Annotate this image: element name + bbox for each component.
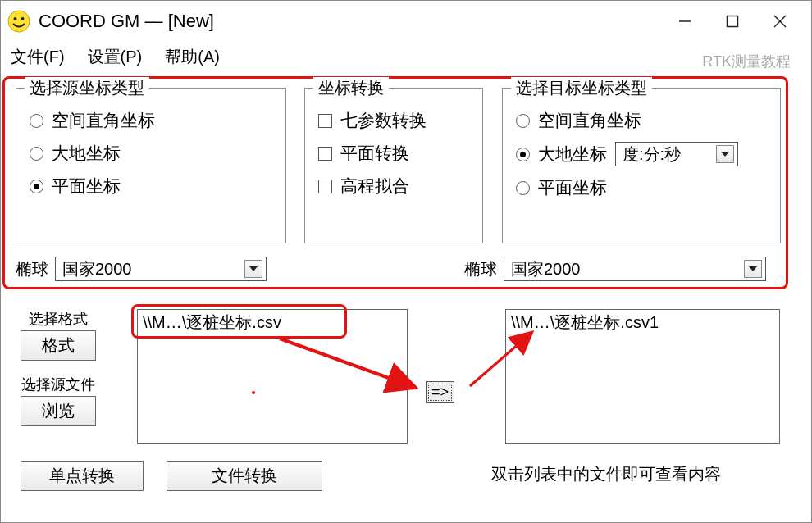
chevron-down-icon: [744, 260, 762, 278]
app-icon: [7, 10, 30, 33]
target-file-list[interactable]: \\M…\逐桩坐标.csv1: [505, 309, 780, 444]
source-file-section: 选择源文件 浏览: [21, 375, 96, 426]
format-button[interactable]: 格式: [21, 330, 96, 361]
group-title-source: 选择源坐标类型: [25, 77, 149, 99]
ellipsoid-label: 椭球: [464, 258, 497, 280]
checkbox-icon: [318, 180, 332, 193]
arrow-label: =>: [431, 384, 449, 400]
radio-label: 平面坐标: [52, 175, 121, 198]
radio-label: 空间直角坐标: [52, 109, 155, 132]
maximize-button[interactable]: [716, 5, 749, 38]
source-opt-cartesian[interactable]: 空间直角坐标: [30, 109, 272, 132]
hint-text: 双击列表中的文件即可查看内容: [491, 463, 721, 485]
menu-file[interactable]: 文件(F): [11, 46, 65, 68]
file-convert-button[interactable]: 文件转换: [167, 461, 322, 491]
target-opt-geodetic[interactable]: 大地坐标 度:分:秒: [516, 142, 767, 166]
chk-elevation[interactable]: 高程拟合: [318, 175, 469, 198]
window-title: COORD GM — [New]: [39, 11, 668, 32]
close-button[interactable]: [764, 5, 796, 38]
annotation-dot: [252, 391, 255, 394]
conv-group: 坐标转换 七参数转换 平面转换 高程拟合: [304, 88, 483, 243]
checkbox-icon: [318, 147, 332, 161]
source-opt-plane[interactable]: 平面坐标: [30, 175, 272, 198]
radio-icon: [516, 148, 530, 161]
svg-point-2: [21, 17, 25, 20]
target-opt-plane[interactable]: 平面坐标: [516, 176, 767, 199]
checkbox-icon: [318, 114, 332, 128]
dropdown-value: 国家2000: [62, 258, 132, 280]
check-label: 高程拟合: [340, 175, 409, 198]
chk-seven-param[interactable]: 七参数转换: [318, 109, 469, 132]
list-item[interactable]: \\M…\逐桩坐标.csv: [143, 313, 281, 331]
radio-icon: [516, 181, 530, 195]
radio-label: 大地坐标: [52, 142, 121, 165]
menu-bar: 文件(F) 设置(P) 帮助(A): [1, 42, 811, 71]
svg-rect-4: [728, 16, 738, 27]
ellipsoid-right-dropdown[interactable]: 国家2000: [504, 257, 766, 281]
chk-plane[interactable]: 平面转换: [318, 142, 469, 165]
target-opt-cartesian[interactable]: 空间直角坐标: [516, 109, 767, 132]
dropdown-value: 度:分:秒: [623, 143, 681, 166]
menu-help[interactable]: 帮助(A): [165, 46, 220, 68]
source-coord-group: 选择源坐标类型 空间直角坐标 大地坐标 平面坐标: [16, 88, 286, 243]
single-point-convert-button[interactable]: 单点转换: [21, 461, 144, 491]
ellipsoid-label: 椭球: [16, 258, 48, 280]
radio-label: 大地坐标: [538, 143, 607, 166]
dropdown-value: 国家2000: [511, 258, 581, 280]
list-item[interactable]: \\M…\逐桩坐标.csv1: [511, 313, 659, 331]
content-area: 选择源坐标类型 空间直角坐标 大地坐标 平面坐标 坐标转换 七参数转换: [1, 71, 811, 86]
group-title-conv: 坐标转换: [313, 77, 389, 99]
main-window: COORD GM — [New] 文件(F) 设置(P) 帮助(A) 选择源坐标…: [0, 0, 812, 523]
ellipsoid-left-row: 椭球 国家2000: [16, 257, 267, 281]
radio-icon: [30, 180, 43, 193]
convert-arrow-button[interactable]: =>: [426, 381, 454, 403]
menu-settings[interactable]: 设置(P): [88, 46, 143, 68]
svg-point-1: [14, 17, 17, 20]
minimize-button[interactable]: [668, 5, 701, 38]
ellipsoid-left-dropdown[interactable]: 国家2000: [55, 257, 267, 281]
radio-label: 空间直角坐标: [538, 109, 641, 132]
check-label: 平面转换: [340, 142, 409, 165]
svg-point-0: [8, 11, 30, 32]
group-title-target: 选择目标坐标类型: [511, 77, 652, 99]
chevron-down-icon: [244, 260, 262, 278]
radio-icon: [30, 147, 43, 161]
target-coord-group: 选择目标坐标类型 空间直角坐标 大地坐标 度:分:秒 平面坐标: [502, 88, 781, 243]
radio-label: 平面坐标: [538, 176, 607, 199]
check-label: 七参数转换: [340, 109, 427, 132]
radio-icon: [30, 114, 43, 128]
format-section: 选择格式 格式: [21, 309, 96, 361]
geodetic-format-dropdown[interactable]: 度:分:秒: [615, 142, 738, 166]
chevron-down-icon: [716, 145, 734, 163]
window-controls: [668, 5, 805, 38]
ellipsoid-right-row: 椭球 国家2000: [464, 257, 766, 281]
format-label: 选择格式: [29, 309, 88, 329]
source-file-list[interactable]: \\M…\逐桩坐标.csv: [137, 309, 408, 444]
source-file-label: 选择源文件: [21, 375, 95, 394]
title-bar: COORD GM — [New]: [1, 1, 811, 42]
watermark: RTK测量教程: [702, 52, 791, 71]
radio-icon: [516, 114, 530, 128]
source-opt-geodetic[interactable]: 大地坐标: [30, 142, 272, 165]
browse-button[interactable]: 浏览: [21, 396, 96, 426]
